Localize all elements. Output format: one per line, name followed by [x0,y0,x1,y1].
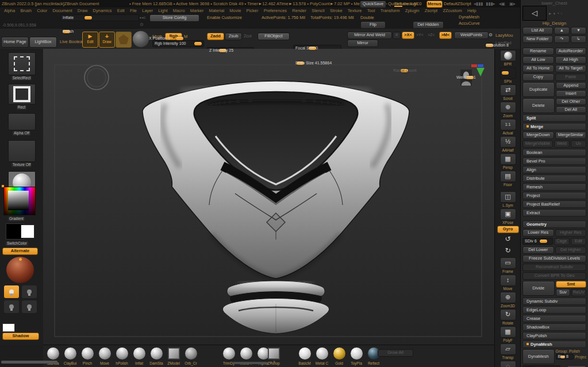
draw-mode-button[interactable]: + Draw [99,32,115,48]
menu-stroke[interactable]: Stroke [330,8,343,13]
brush-slot[interactable]: Orb_Cr [182,347,199,365]
del-hidden-button[interactable]: Del Hidden [413,21,444,29]
menu-marker[interactable]: Marker [190,8,203,13]
higher-res-button[interactable]: Higher Res [555,229,587,237]
light-3-toggle[interactable] [4,300,19,313]
flip-button[interactable]: Flip [360,21,386,29]
list-all-button[interactable]: List All [522,27,553,34]
subtool-visibility-icons[interactable]: ▸ ◑ ◔ ◦ [549,11,562,16]
scroll-pan-button[interactable]: ⇄Scroll [495,84,521,101]
menu-layer[interactable]: Layer [142,8,153,13]
floor-grid-toggle[interactable]: ▤Floor [495,171,521,187]
aahalf-button[interactable]: ½AAHalf [495,136,521,152]
rotate-ccw-button[interactable]: ↺ [495,234,521,245]
all-low-button[interactable]: All Low [522,56,554,64]
xpose-button[interactable]: ▣XPose [495,208,521,225]
zoom3d-button[interactable]: ⊕Zoom3D [495,292,521,308]
gyro-button[interactable]: Gyro [495,226,521,233]
alpha-thumbnail[interactable] [8,113,36,130]
texture-thumbnail[interactable] [8,140,36,162]
menu-edit[interactable]: Edit [117,8,125,13]
section-project-basrelief[interactable]: Project BasRelief [522,200,586,208]
reuv-button[interactable]: ReUV [571,289,586,296]
rotate-3d-button[interactable]: ↻Rotate [495,309,521,325]
section-remesh[interactable]: Remesh [522,183,586,191]
weld-toggle[interactable]: Weld [554,140,570,148]
merge-down-button[interactable]: MergeDown [522,132,554,139]
current-tool-thumbnail[interactable]: ◁ [522,6,547,21]
lower-res-button[interactable]: Lower Res [522,229,554,237]
color-picker[interactable] [3,187,36,215]
merge-similar-button[interactable]: MergeSimilar [555,132,587,139]
del-higher-button[interactable]: Del Higher [555,246,587,254]
menu-picker[interactable]: Picker [247,8,259,13]
polyframe-toggle[interactable]: ▦PolyF [495,326,521,342]
stroke-preview-sphere-icon[interactable] [133,31,149,47]
reconstruct-subdiv-button[interactable]: Reconstruct Subdiv [522,264,586,271]
home-page-button[interactable]: Home Page [1,37,29,48]
smt-toggle[interactable]: Smt [556,281,587,288]
section-dynamesh[interactable]: DynaMesh [522,341,586,348]
menu-texture[interactable]: Texture [348,8,362,13]
rotate-cw-button[interactable]: ↻ [495,246,521,256]
chest-armor-mesh[interactable] [143,81,409,279]
lightbox-button[interactable]: LightBox [29,37,57,48]
menu-zscript[interactable]: Zscript [425,8,438,13]
timeline-transport-left-icon[interactable]: ◂▮▮▮ [474,0,483,7]
project-toggle[interactable]: Projec [575,355,586,359]
menu-macro[interactable]: Macro [173,8,185,13]
slider-options-icon[interactable]: ∗▾≡ [139,16,146,20]
spix-slider[interactable]: SPix [495,67,521,83]
enable-customize-button[interactable]: Enable Customize [207,15,242,20]
document-prev-icon[interactable]: ◂▣ [499,0,505,7]
brush-slot[interactable]: DamSta [148,347,165,365]
convert-bpr-button[interactable]: Convert BPR To Geo [522,272,586,280]
menu-light[interactable]: Light [158,8,167,13]
all-high-button[interactable]: All High [555,56,587,64]
mirror-x-toggle[interactable]: >X< [402,32,414,39]
menu-preferences[interactable]: Preferences [264,8,287,13]
rgb-intensity-slider[interactable]: Rgb Intensity 100 [152,40,204,47]
blur-slider[interactable]: Blur 8 [556,354,574,360]
section-align[interactable]: Align [522,166,586,173]
sculpt-viewport[interactable] [43,49,494,345]
zadd-toggle[interactable]: Zadd [207,33,224,40]
section-claypolish[interactable]: ClayPolish [522,332,586,339]
section-geometry[interactable]: Geometry [522,221,586,228]
subtool-up-button[interactable]: ▲ [554,27,570,34]
mirror-hash-icon[interactable]: # [393,32,401,39]
zsub-toggle[interactable]: Zsub [225,33,242,40]
section-dynamic-subdiv[interactable]: Dynamic Subdiv [522,298,586,305]
color-saturation-square[interactable] [8,191,29,210]
menu-render[interactable]: Render [292,8,306,13]
section-shadowbox[interactable]: ShadowBox [522,323,586,331]
move-3d-button[interactable]: ↕Move [495,275,521,291]
light-4-toggle[interactable] [22,300,37,313]
menu-zzcustom[interactable]: ZZcustom [443,8,462,13]
autoreorder-button[interactable]: AutoReorder [555,48,587,55]
default-zscript-button[interactable]: DefaultZScript [444,0,471,7]
collar-mesh[interactable] [222,281,329,334]
alternate-button[interactable]: Alternate [2,248,38,255]
del-lower-button[interactable]: Del Lower [522,246,554,254]
secondary-color-swatch[interactable] [21,225,34,238]
double-toggle[interactable]: Double [360,15,374,20]
menu-document[interactable]: Document [52,8,72,13]
mirror-and-weld-button[interactable]: Mirror And Weld [347,32,392,39]
uv-toggle[interactable]: Uv [571,140,586,148]
edit-toggle[interactable]: Edit [571,238,586,245]
section-split[interactable]: Split [522,114,586,122]
mirror-m-toggle[interactable]: >M< [439,32,452,39]
folder-action-icon[interactable]: ↷ [554,36,570,43]
all-to-home-button[interactable]: All To Home [522,65,554,72]
insert-button[interactable]: Insert [556,90,587,97]
light-1-toggle[interactable] [4,285,19,298]
material-slot[interactable]: ToyPla [348,347,365,365]
group-value[interactable]: Polish [569,349,580,353]
ambient-color-swatch[interactable] [2,323,15,332]
copy-button[interactable]: Copy [522,74,554,81]
menu-help[interactable]: Help [467,8,476,13]
rename-button[interactable]: Rename [522,48,554,55]
gizmo-pentagon-icon[interactable] [116,32,132,48]
brush-slot[interactable]: hPolish [113,347,130,365]
